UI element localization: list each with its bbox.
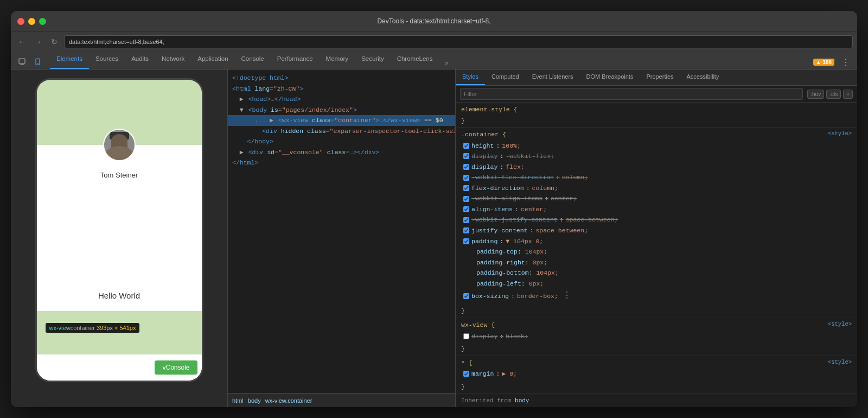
- style-checkbox-display[interactable]: [463, 164, 469, 170]
- tab-chromelens[interactable]: ChromeLens: [391, 51, 439, 69]
- device-icon[interactable]: [31, 55, 46, 69]
- style-prop-padding-top: padding-top: 104px;: [461, 246, 852, 257]
- window-title: DevTools - data:text/html;charset=utf-8,: [377, 17, 490, 25]
- back-button[interactable]: ←: [15, 35, 28, 48]
- phone-username: Tom Steiner: [100, 171, 138, 179]
- style-rule-wxview-close: }: [456, 344, 857, 356]
- html-line-head: ▶ <head>…</head>: [228, 94, 455, 105]
- element-tooltip: wx-viewcontainer 393px × 541px: [46, 323, 140, 333]
- style-prop-display-webkit: display: -webkit-flex;: [461, 151, 852, 162]
- phone-white-area: Tom Steiner Hello World: [37, 145, 202, 311]
- avatar-body: [106, 146, 133, 161]
- settings-icon[interactable]: ⋮: [839, 55, 853, 69]
- tab-network[interactable]: Network: [155, 51, 191, 69]
- style-rule-element-header: element.style {: [456, 103, 857, 116]
- maximize-button[interactable]: [39, 18, 46, 25]
- style-checkbox-display-webkit[interactable]: [463, 153, 469, 159]
- style-prop-star-margin: margin: ▶ 0;: [461, 369, 852, 379]
- html-line-html-close: </html>: [228, 157, 455, 168]
- style-props-wxview: display: block;: [456, 331, 857, 344]
- style-prop-justify-content: justify-content: space-between;: [461, 225, 852, 236]
- breadcrumb-html[interactable]: html: [232, 397, 244, 404]
- styles-tab-computed[interactable]: Computed: [485, 69, 526, 85]
- forward-button[interactable]: →: [31, 35, 44, 48]
- phone-frame: Tom Steiner Hello World vConsole wx-view…: [35, 78, 203, 382]
- tab-audits[interactable]: Audits: [125, 51, 155, 69]
- styles-tab-event-listeners[interactable]: Event Listeners: [526, 69, 580, 85]
- tab-security[interactable]: Security: [355, 51, 391, 69]
- styles-panel: Styles Computed Event Listeners DOM Brea…: [456, 69, 857, 407]
- tab-elements[interactable]: Elements: [50, 51, 89, 69]
- style-checkbox-box-sizing[interactable]: [463, 293, 469, 299]
- inherited-element: body: [515, 397, 529, 404]
- styles-content: element.style { } .container { <style>: [456, 103, 857, 407]
- phone-screen: Tom Steiner Hello World vConsole wx-view…: [37, 80, 202, 381]
- style-selector-star: * {: [461, 358, 473, 369]
- traffic-lights: [17, 18, 46, 25]
- style-checkbox-height[interactable]: [463, 143, 469, 149]
- hov-button[interactable]: :hov: [807, 90, 824, 99]
- styles-tab-styles[interactable]: Styles: [456, 69, 485, 85]
- add-style-button[interactable]: +: [843, 90, 853, 99]
- style-checkbox-webkit-justify[interactable]: [463, 217, 469, 223]
- more-tabs-button[interactable]: »: [442, 56, 452, 69]
- style-source-wxview[interactable]: <style>: [828, 320, 852, 331]
- style-rule-star-close: }: [456, 382, 857, 394]
- style-prop-padding-left: padding-left: 0px;: [461, 278, 852, 289]
- close-button[interactable]: [17, 18, 24, 25]
- html-line-doctype: <!doctype html>: [228, 73, 455, 84]
- breadcrumb-wxview[interactable]: wx-view.container: [265, 397, 312, 404]
- devtools-content: Tom Steiner Hello World vConsole wx-view…: [11, 69, 857, 407]
- style-rule-container: .container { <style> height: 100%; displ…: [456, 128, 857, 318]
- html-line-wxview[interactable]: ... ▶ <wx-view class="container">…</wx-v…: [228, 115, 455, 126]
- style-checkbox-wxview-display[interactable]: [463, 333, 469, 339]
- style-rule-container-close: }: [456, 306, 857, 318]
- style-prop-webkit-flex-direction: -webkit-flex-direction: column;: [461, 172, 852, 183]
- styles-filter-input[interactable]: [460, 88, 803, 100]
- style-checkbox-padding[interactable]: [463, 238, 469, 244]
- style-checkbox-webkit-flex-dir[interactable]: [463, 175, 469, 181]
- titlebar: DevTools - data:text/html;charset=utf-8,: [11, 11, 857, 31]
- style-prop-padding-bottom: padding-bottom: 104px;: [461, 268, 852, 278]
- tab-application[interactable]: Application: [191, 51, 234, 69]
- avatar: [103, 129, 136, 161]
- devtools-tab-bar: Elements Sources Audits Network Applicat…: [11, 51, 857, 69]
- style-prop-display: display: flex;: [461, 162, 852, 173]
- style-rule-element-close: }: [456, 116, 857, 128]
- cls-button[interactable]: .cls: [826, 90, 841, 99]
- style-rule-star: * { <style> margin: ▶ 0; }: [456, 356, 857, 394]
- style-prop-flex-direction: flex-direction: column;: [461, 183, 852, 194]
- style-source-container[interactable]: <style>: [828, 129, 852, 140]
- vconsole-button[interactable]: vConsole: [155, 360, 197, 375]
- style-source-star[interactable]: <style>: [828, 358, 852, 369]
- style-checkbox-margin[interactable]: [463, 371, 469, 377]
- tab-performance[interactable]: Performance: [271, 51, 320, 69]
- style-checkbox-align-items[interactable]: [463, 206, 469, 212]
- style-props-container: height: 100%; display: -webkit-flex; dis…: [456, 141, 857, 306]
- style-prop-webkit-align-items: -webkit-align-items: center;: [461, 193, 852, 204]
- tab-console[interactable]: Console: [235, 51, 271, 69]
- style-checkbox-webkit-align[interactable]: [463, 196, 469, 202]
- url-bar[interactable]: [64, 35, 853, 48]
- styles-tab-dom-breakpoints[interactable]: DOM Breakpoints: [580, 69, 640, 85]
- style-checkbox-justify[interactable]: [463, 227, 469, 233]
- inspect-icon[interactable]: [15, 55, 29, 69]
- styles-tab-accessibility[interactable]: Accessibility: [680, 69, 726, 85]
- html-content: <!doctype html> <html lang="zh-CN"> ▶ <h…: [228, 69, 455, 393]
- styles-filter-buttons: :hov .cls +: [807, 90, 853, 99]
- breadcrumb-body[interactable]: body: [248, 397, 261, 404]
- style-more-options[interactable]: ⋮: [560, 289, 573, 303]
- minimize-button[interactable]: [28, 18, 35, 25]
- style-checkbox-flex-dir[interactable]: [463, 185, 469, 191]
- warning-badge[interactable]: ▲ 166: [813, 59, 834, 66]
- phone-bottom-bar: vConsole: [37, 354, 202, 381]
- html-line-vconsole: ▶ <div id="__vconsole" class=…></div>: [228, 147, 455, 158]
- tab-memory[interactable]: Memory: [320, 51, 355, 69]
- styles-tab-bar: Styles Computed Event Listeners DOM Brea…: [456, 69, 857, 86]
- styles-tab-properties[interactable]: Properties: [640, 69, 680, 85]
- style-prop-height: height: 100%;: [461, 141, 852, 151]
- style-selector-container: .container {: [461, 129, 506, 140]
- tab-sources[interactable]: Sources: [89, 51, 125, 69]
- reload-button[interactable]: ↻: [48, 35, 61, 48]
- html-breadcrumb: html body wx-view.container: [228, 393, 455, 407]
